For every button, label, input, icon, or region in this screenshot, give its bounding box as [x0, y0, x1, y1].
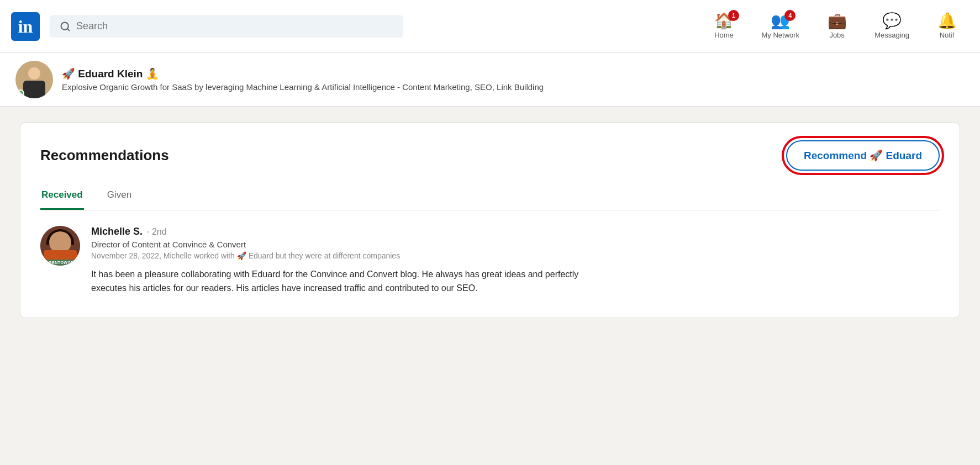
recommendations-card: Recommendations Recommend 🚀 Eduard Recei…	[20, 122, 960, 318]
recommender-role: Director of Content at Convince & Conver…	[91, 240, 940, 249]
recommend-button[interactable]: Recommend 🚀 Eduard	[786, 140, 940, 171]
nav-item-notifications[interactable]: 🔔 Notif	[925, 13, 969, 39]
recommendation-item: #OPENTOWORK Michelle S. · 2nd Director o…	[40, 226, 940, 295]
notifications-icon: 🔔	[937, 13, 957, 29]
search-icon	[60, 21, 71, 32]
nav-label-home: Home	[714, 31, 734, 39]
nav-item-home[interactable]: 🏠 1 Home	[702, 13, 746, 39]
recommendations-title: Recommendations	[40, 147, 169, 164]
messaging-icon: 💬	[882, 13, 902, 29]
nav-label-notifications: Notif	[940, 31, 955, 39]
nav-label-my-network: My Network	[762, 31, 800, 39]
profile-info: 🚀 Eduard Klein 🧘 Explosive Organic Growt…	[62, 67, 544, 92]
nav-label-jobs: Jobs	[829, 31, 844, 39]
recommender-avatar: #OPENTOWORK	[40, 226, 80, 266]
avatar-body	[23, 81, 45, 98]
open-to-work-ring: #OPENTOWORK	[40, 260, 80, 266]
main-content: Recommendations Recommend 🚀 Eduard Recei…	[0, 107, 980, 334]
online-indicator	[17, 89, 24, 97]
recommendation-date: November 28, 2022, Michelle worked with …	[91, 251, 940, 260]
navbar: in 🏠 1 Home 👥 4 My Network 💼 Jobs	[0, 0, 980, 53]
profile-name: 🚀 Eduard Klein 🧘	[62, 67, 544, 80]
nav-item-messaging[interactable]: 💬 Messaging	[865, 13, 919, 39]
recommendations-tabs: Received Given	[40, 184, 940, 210]
recommendation-content: Michelle S. · 2nd Director of Content at…	[91, 226, 940, 295]
recommender-avatar-img: #OPENTOWORK	[40, 226, 80, 266]
recommender-degree: · 2nd	[147, 227, 167, 237]
home-badge: 1	[728, 10, 739, 21]
avatar-head	[28, 67, 40, 80]
home-icon: 🏠 1	[714, 13, 734, 29]
my-network-icon: 👥 4	[771, 13, 790, 29]
tab-given[interactable]: Given	[106, 184, 133, 210]
profile-headline: Explosive Organic Growth for SaaS by lev…	[62, 82, 544, 92]
avatar-figure	[22, 66, 46, 98]
my-network-badge: 4	[784, 10, 795, 21]
recommendations-header: Recommendations Recommend 🚀 Eduard	[40, 140, 940, 171]
nav-label-messaging: Messaging	[874, 31, 909, 39]
recommendation-text: It has been a pleasure collaborating wit…	[91, 268, 588, 295]
tab-received[interactable]: Received	[40, 184, 84, 210]
profile-avatar	[15, 61, 53, 98]
nav-items: 🏠 1 Home 👥 4 My Network 💼 Jobs 💬 Messagi…	[702, 13, 970, 39]
jobs-icon: 💼	[828, 13, 847, 29]
search-bar[interactable]	[50, 15, 403, 38]
svg-line-1	[67, 28, 70, 30]
recommender-name: Michelle S.	[91, 226, 143, 237]
linkedin-logo[interactable]: in	[11, 12, 40, 41]
nav-item-my-network[interactable]: 👥 4 My Network	[752, 13, 810, 39]
rec-name-line: Michelle S. · 2nd	[91, 226, 940, 237]
search-input[interactable]	[76, 20, 393, 32]
nav-item-jobs[interactable]: 💼 Jobs	[815, 13, 859, 39]
profile-strip: 🚀 Eduard Klein 🧘 Explosive Organic Growt…	[0, 53, 980, 107]
